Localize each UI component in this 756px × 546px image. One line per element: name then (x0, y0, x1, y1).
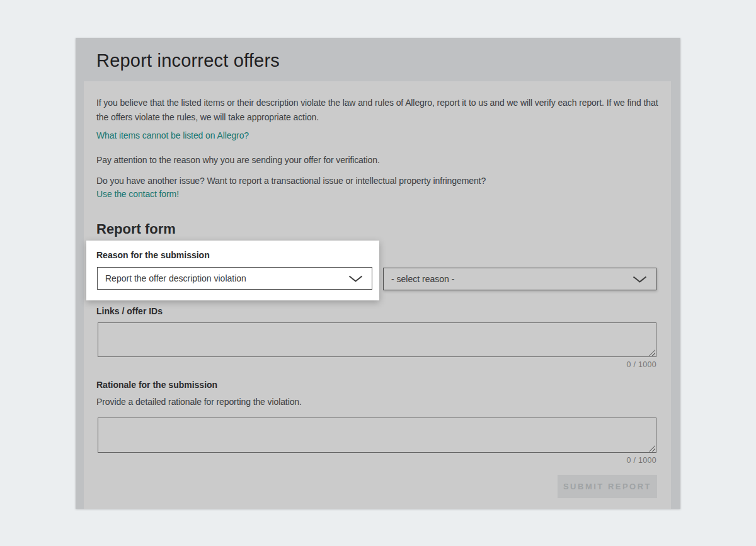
rationale-textarea[interactable] (98, 418, 656, 453)
other-issue-text: Do you have another issue? Want to repor… (96, 176, 486, 186)
sub-reason-select-value: - select reason - (391, 274, 454, 284)
rationale-description: Provide a detailed rationale for reporti… (96, 397, 302, 407)
other-issue-block: Do you have another issue? Want to repor… (96, 174, 658, 201)
page-title: Report incorrect offers (96, 50, 280, 71)
submit-report-button[interactable]: SUBMIT REPORT (558, 475, 657, 498)
chevron-down-icon (348, 275, 363, 282)
reason-label: Reason for the submission (96, 250, 210, 260)
links-textarea[interactable] (98, 322, 656, 357)
rationale-label: Rationale for the submission (96, 380, 217, 390)
report-content-card: If you believe that the listed items or … (84, 81, 671, 509)
reason-select-value: Report the offer description violation (105, 273, 246, 283)
reason-select[interactable]: Report the offer description violation (97, 267, 372, 290)
links-textarea-wrap (98, 322, 656, 357)
listing-rules-link[interactable]: What items cannot be listed on Allegro? (96, 130, 249, 140)
rationale-char-counter: 0 / 1000 (626, 456, 656, 465)
links-label: Links / offer IDs (96, 306, 163, 316)
contact-form-link[interactable]: Use the contact form! (96, 189, 179, 199)
intro-paragraph: If you believe that the listed items or … (96, 96, 658, 125)
rationale-textarea-wrap (98, 418, 656, 453)
sub-reason-select[interactable]: - select reason - (383, 268, 656, 290)
links-char-counter: 0 / 1000 (626, 360, 656, 369)
report-form-heading: Report form (96, 221, 176, 237)
report-offers-panel: Report incorrect offers If you believe t… (76, 38, 680, 509)
spotlight-highlight: Reason for the submission Report the off… (86, 241, 379, 300)
chevron-down-icon (633, 276, 647, 283)
attention-paragraph: Pay attention to the reason why you are … (96, 153, 658, 168)
